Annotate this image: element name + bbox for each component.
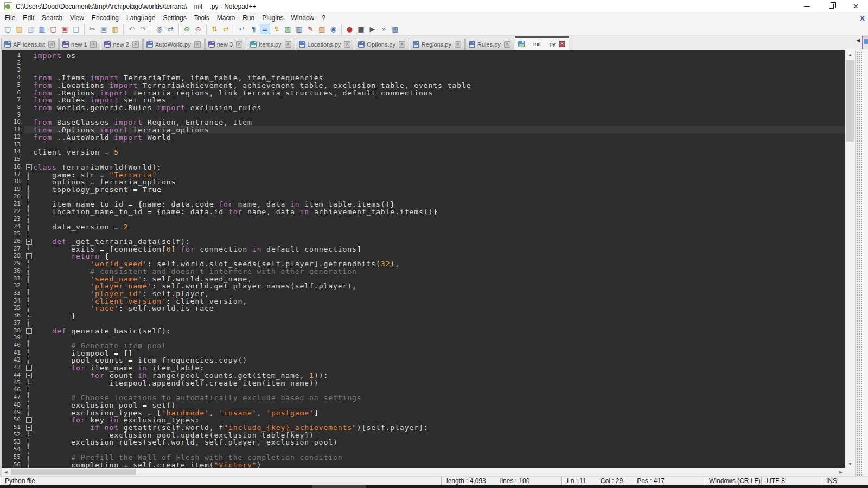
vertical-scrollbar-thumb[interactable]	[846, 60, 854, 142]
line-number[interactable]: 3	[2, 66, 24, 74]
tab-close-icon[interactable]: ×	[132, 41, 139, 48]
line-number[interactable]: 36	[2, 312, 24, 319]
menu-item-settings[interactable]: Settings	[159, 14, 190, 22]
code-line-27[interactable]: 27 exits = [connection[0] for connection…	[2, 245, 845, 253]
document-list-icon[interactable]: ▥	[294, 24, 304, 34]
code-line-33[interactable]: 33 'player_id': self.player,	[2, 290, 845, 297]
line-number[interactable]: 46	[2, 386, 24, 394]
code-line-2[interactable]: 2	[2, 59, 845, 67]
line-number[interactable]: 28	[2, 252, 24, 260]
code-line-32[interactable]: 32 'player_name': self.world.get_player_…	[2, 282, 845, 290]
menu-item-run[interactable]: Run	[239, 14, 258, 22]
find-icon[interactable]: ◎	[154, 24, 164, 34]
code-line-4[interactable]: 4from .Items import TerrariaItem, item_t…	[2, 74, 845, 81]
line-number[interactable]: 43	[2, 364, 24, 371]
fold-toggle-icon[interactable]	[24, 364, 33, 371]
menubar-close-document-icon[interactable]: X	[860, 14, 865, 22]
code-line-24[interactable]: 24 data_version = 2	[2, 223, 845, 230]
tab-scroll-left-icon[interactable]: ◀	[854, 38, 862, 43]
menu-item-language[interactable]: Language	[123, 14, 159, 22]
code-line-7[interactable]: 7from .Rules import set_rules	[2, 96, 845, 104]
code-line-42[interactable]: 42 pool_counts = item_frequencies.copy()	[2, 356, 845, 364]
line-number[interactable]: 34	[2, 297, 24, 305]
code-line-11[interactable]: 11from .Options import terraria_options	[2, 126, 845, 133]
code-line-17[interactable]: 17 game: str = "Terraria"	[2, 171, 845, 178]
scroll-right-icon[interactable]: ▶	[837, 470, 845, 474]
fold-toggle-icon[interactable]	[24, 252, 33, 260]
line-number[interactable]: 8	[2, 104, 24, 111]
close-all-icon[interactable]: ▣	[60, 24, 70, 34]
code-line-25[interactable]: 25	[2, 230, 845, 237]
menu-item-view[interactable]: View	[66, 14, 88, 22]
scrolled-tab-fragment[interactable]	[862, 36, 868, 49]
line-number[interactable]: 50	[2, 416, 24, 423]
save-all-icon[interactable]: ▦	[37, 24, 47, 34]
redo-icon[interactable]: ↷	[138, 24, 148, 34]
indent-guide-icon[interactable]: ≡	[260, 24, 270, 34]
line-number[interactable]: 51	[2, 423, 24, 431]
tab-locations-py[interactable]: Locations.py×	[296, 38, 355, 50]
line-number[interactable]: 31	[2, 275, 24, 282]
code-line-43[interactable]: 43 for item_name in item_table:	[2, 364, 845, 371]
menu-item-edit[interactable]: Edit	[19, 14, 38, 22]
code-line-10[interactable]: 10from BaseClasses import Region, Entran…	[2, 118, 845, 126]
line-number[interactable]: 49	[2, 409, 24, 416]
document-map-icon[interactable]: ▧	[283, 24, 293, 34]
line-number[interactable]: 5	[2, 81, 24, 89]
folder-workspace-icon[interactable]: ▨	[317, 24, 327, 34]
code-line-51[interactable]: 51 if not getattr(self.world, f"include_…	[2, 423, 845, 431]
code-line-54[interactable]: 54	[2, 446, 845, 453]
tab-close-icon[interactable]: ×	[344, 41, 350, 48]
line-number[interactable]: 27	[2, 245, 24, 253]
line-number[interactable]: 40	[2, 342, 24, 349]
macro-stop-icon[interactable]: ■	[356, 24, 366, 34]
macro-play-icon[interactable]: ▶	[367, 24, 378, 34]
code-line-21[interactable]: 21 item_name_to_id = {name: data.code fo…	[2, 200, 845, 208]
line-number[interactable]: 17	[2, 171, 24, 178]
line-number[interactable]: 20	[2, 193, 24, 201]
code-line-19[interactable]: 19 topology_present = True	[2, 185, 845, 193]
line-number[interactable]: 54	[2, 446, 24, 453]
macro-save-icon[interactable]: ▩	[390, 24, 400, 34]
code-line-45[interactable]: 45 itempool.append(self.create_item(item…	[2, 379, 845, 387]
code-line-12[interactable]: 12from ..AutoWorld import World	[2, 133, 845, 141]
code-line-23[interactable]: 23	[2, 215, 845, 223]
line-number[interactable]: 53	[2, 438, 24, 446]
menu-item-plugins[interactable]: Plugins	[258, 14, 287, 22]
menu-item-file[interactable]: File	[1, 14, 19, 22]
line-number[interactable]: 4	[2, 74, 24, 81]
fold-toggle-icon[interactable]	[24, 423, 33, 431]
line-number[interactable]: 56	[2, 461, 24, 468]
code-line-46[interactable]: 46	[2, 386, 845, 394]
code-line-15[interactable]: 15	[2, 156, 845, 163]
code-line-8[interactable]: 8from worlds.generic.Rules import exclus…	[2, 104, 845, 111]
tab-options-py[interactable]: Options.py×	[355, 38, 409, 50]
status-eol-format[interactable]: Windows (CR LF)	[704, 477, 762, 485]
copy-icon[interactable]: ▣	[99, 24, 109, 34]
status-encoding[interactable]: UTF-8	[762, 477, 821, 485]
tab-items-py[interactable]: Items.py×	[247, 38, 295, 50]
line-number[interactable]: 26	[2, 237, 24, 245]
scroll-down-icon[interactable]: ▼	[845, 460, 855, 468]
line-number[interactable]: 11	[2, 126, 24, 133]
line-number[interactable]: 38	[2, 327, 24, 335]
line-number[interactable]: 19	[2, 185, 24, 193]
line-number[interactable]: 45	[2, 379, 24, 387]
line-number[interactable]: 10	[2, 118, 24, 126]
undo-icon[interactable]: ↶	[126, 24, 137, 34]
fold-toggle-icon[interactable]	[24, 371, 33, 379]
horizontal-scrollbar[interactable]: ◀ ▶	[2, 468, 845, 476]
tab-ap-ideas-txt[interactable]: AP Ideas.txt×	[1, 38, 59, 50]
code-editor[interactable]: 1import os234from .Items import Terraria…	[2, 50, 845, 468]
line-number[interactable]: 35	[2, 304, 24, 312]
line-number[interactable]: 30	[2, 267, 24, 275]
code-line-35[interactable]: 35 'race': self.world.is_race	[2, 304, 845, 312]
vertical-scrollbar[interactable]: ▲ ▼	[845, 50, 855, 468]
macro-run-multiple-icon[interactable]: »	[379, 24, 389, 34]
code-line-13[interactable]: 13	[2, 141, 845, 149]
tab-close-icon[interactable]: ×	[90, 41, 97, 48]
line-number[interactable]: 37	[2, 319, 24, 327]
tab-close-icon[interactable]: ×	[559, 41, 565, 47]
zoom-in-icon[interactable]: ⊕	[182, 24, 192, 34]
line-number[interactable]: 1	[2, 52, 24, 59]
